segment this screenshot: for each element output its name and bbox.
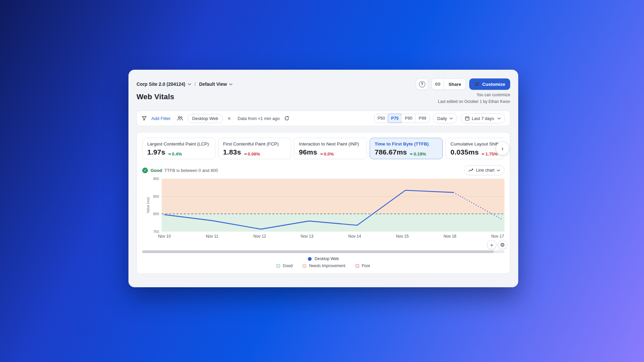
y-axis: Value (ms) 900 850 800 750: [142, 179, 162, 232]
x-tick: Nov 15: [396, 234, 409, 239]
share-button[interactable]: Share: [431, 78, 466, 90]
interval-value: Daily: [437, 116, 447, 121]
remove-chip-icon[interactable]: ×: [227, 116, 231, 121]
x-tick: Nov 16: [443, 234, 456, 239]
chevron-down-icon: [449, 117, 453, 120]
trend-dash-icon: [244, 154, 247, 155]
metric-delta: 0.06%: [244, 152, 260, 157]
project-name: Corp Site 2.0 (204124): [137, 81, 185, 87]
good-swatch-icon: [276, 264, 280, 268]
metric-delta: 0.19%: [410, 152, 426, 157]
zones-legend: Good Needs Improvement Poor: [142, 263, 504, 268]
view-selector[interactable]: Default View: [199, 81, 232, 87]
zoom-in-button[interactable]: +: [487, 240, 496, 249]
status-row: ✓ Good: TTFB is between 0 and 800 Line c…: [142, 165, 504, 175]
metric-delta: 0.4%: [168, 152, 182, 157]
percentile-p75[interactable]: P75: [388, 114, 402, 123]
customize-label: Customize: [482, 82, 505, 87]
metrics-row: Largest Contentful Paint (LCP) 1.97s 0.4…: [142, 138, 504, 159]
header-actions: ? Share Customize: [416, 78, 510, 90]
needs-improvement-swatch-icon: [303, 264, 306, 268]
metric-label: Time to First Byte (TTFB): [375, 141, 438, 146]
trend-dash-icon: [168, 154, 171, 155]
metric-card-ttfb[interactable]: Time to First Byte (TTFB) 786.67ms 0.19%: [370, 138, 443, 159]
y-tick: 900: [153, 177, 159, 181]
percentile-p90[interactable]: P90: [401, 114, 415, 123]
trend-dash-icon: [410, 154, 413, 155]
x-tick: Nov 11: [206, 234, 218, 239]
poor-swatch-icon: [356, 264, 359, 268]
last-edited: Last edited on October 1 by Ethan Kwon: [438, 99, 510, 104]
environment-chip[interactable]: Desktop Web: [187, 114, 223, 123]
page-title: Web Vitals: [137, 93, 174, 101]
ttfb-chart: Value (ms) 900 850 800 750: [142, 179, 504, 232]
metric-value: 1.83s: [223, 148, 241, 156]
metric-label: First Contentful Paint (FCP): [223, 141, 286, 146]
x-tick: Nov 12: [253, 234, 266, 239]
refresh-icon[interactable]: [284, 116, 289, 121]
breadcrumb-separator: /: [195, 81, 196, 87]
horizontal-scrollbar[interactable]: [142, 250, 504, 253]
data-freshness: Data from <1 min ago: [237, 116, 279, 121]
series-legend-label: Desktop Web: [315, 256, 339, 261]
legend-item-poor[interactable]: Poor: [356, 263, 370, 268]
chevron-down-icon: [497, 117, 501, 120]
y-tick: 850: [153, 194, 159, 198]
check-circle-icon: ✓: [142, 168, 148, 173]
chart-plot-area[interactable]: [162, 179, 504, 232]
metric-card-lcp[interactable]: Largest Contentful Paint (LCP) 1.97s 0.4…: [142, 138, 215, 159]
customize-hint: You can customize: [477, 93, 510, 97]
scrollbar-thumb[interactable]: [142, 250, 494, 253]
chart-footer: + ⚙: [137, 240, 510, 250]
edit-meta: You can customize Last edited on October…: [438, 93, 510, 104]
add-filter-button[interactable]: Add Filter: [151, 116, 171, 121]
metric-value: 96ms: [299, 148, 317, 156]
x-tick: Nov 14: [348, 234, 361, 239]
legend-item-good[interactable]: Good: [276, 263, 292, 268]
series-dot-icon: [308, 257, 312, 261]
chart-settings-button[interactable]: ⚙: [498, 240, 507, 249]
metric-delta: 1.75%: [482, 152, 498, 157]
chart-type-value: Line chart: [476, 168, 494, 173]
percentile-p50[interactable]: P50: [375, 114, 388, 123]
status-text: Good: TTFB is between 0 and 800: [151, 168, 218, 173]
title-row: Web Vitals You can customize Last edited…: [137, 93, 510, 104]
panel-header: Corp Site 2.0 (204124) / Default View ? …: [137, 78, 510, 90]
percentile-selector: P50 P75 P90 P99: [374, 114, 430, 123]
metric-value: 1.97s: [147, 148, 165, 156]
breadcrumb: Corp Site 2.0 (204124) / Default View: [137, 81, 232, 87]
trend-dash-icon: [320, 154, 323, 155]
chevron-down-icon: [188, 83, 191, 85]
filter-bar-right: P50 P75 P90 P99 Daily Last 7 days: [374, 113, 505, 123]
metric-card-inp[interactable]: Interaction to Next Paint (INP) 96ms 0.0…: [294, 138, 367, 159]
legend-item-needs-improvement[interactable]: Needs Improvement: [303, 263, 345, 268]
chevron-right-icon: ›: [501, 145, 503, 152]
date-range-dropdown[interactable]: Last 7 days: [461, 113, 505, 123]
web-vitals-panel: Corp Site 2.0 (204124) / Default View ? …: [128, 70, 518, 287]
customize-button[interactable]: Customize: [469, 78, 510, 90]
filter-funnel-icon[interactable]: [142, 116, 147, 121]
series-legend[interactable]: Desktop Web: [142, 256, 504, 261]
legend-label: Poor: [362, 263, 370, 268]
metric-value: 786.67ms: [375, 148, 407, 156]
x-tick: Nov 10: [158, 234, 171, 239]
metric-card-fcp[interactable]: First Contentful Paint (FCP) 1.83s 0.06%: [218, 138, 291, 159]
vitals-card: Largest Contentful Paint (LCP) 1.97s 0.4…: [137, 132, 510, 274]
metric-label: Interaction to Next Paint (INP): [299, 141, 362, 146]
help-button[interactable]: ?: [416, 78, 428, 90]
x-tick: Nov 13: [301, 234, 313, 239]
series-line: [162, 179, 504, 232]
interval-dropdown[interactable]: Daily: [433, 113, 457, 123]
chevron-down-icon: [229, 83, 232, 85]
metric-delta: 0.0%: [320, 152, 334, 157]
project-selector[interactable]: Corp Site 2.0 (204124): [137, 81, 191, 87]
metric-value: 0.035ms: [450, 148, 479, 156]
view-name: Default View: [199, 81, 227, 87]
percentile-p99[interactable]: P99: [415, 114, 429, 123]
carousel-next-button[interactable]: ›: [496, 142, 509, 155]
users-icon: [177, 116, 183, 121]
filter-bar-left: Add Filter Desktop Web × Data from <1 mi…: [142, 114, 289, 123]
calendar-icon: [465, 116, 470, 121]
link-icon[interactable]: [432, 79, 444, 89]
chart-type-dropdown[interactable]: Line chart: [464, 165, 504, 175]
